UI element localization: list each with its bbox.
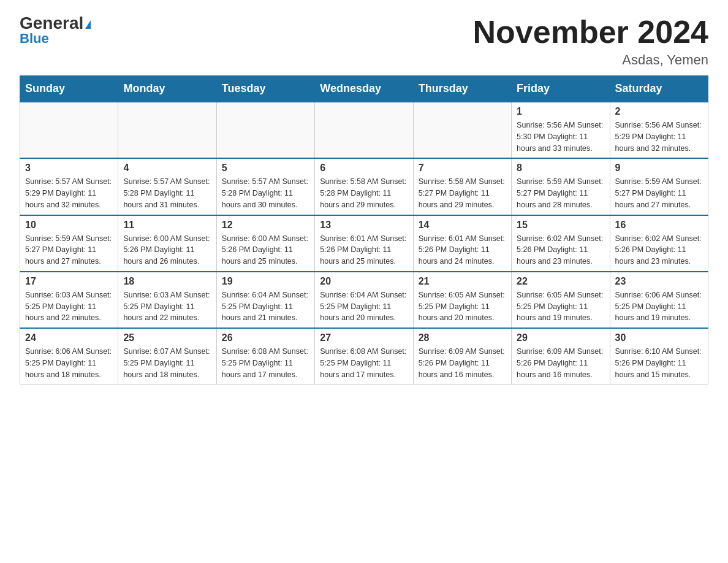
day-number: 24 bbox=[25, 332, 113, 343]
calendar-header-saturday: Saturday bbox=[610, 76, 708, 102]
calendar-cell: 10Sunrise: 5:59 AM Sunset: 5:27 PM Dayli… bbox=[20, 215, 118, 272]
page-subtitle: Asdas, Yemen bbox=[473, 52, 708, 68]
calendar-cell bbox=[118, 102, 216, 158]
calendar-header-row: SundayMondayTuesdayWednesdayThursdayFrid… bbox=[20, 76, 708, 102]
calendar-cell: 9Sunrise: 5:59 AM Sunset: 5:27 PM Daylig… bbox=[610, 158, 708, 215]
day-info: Sunrise: 6:02 AM Sunset: 5:26 PM Dayligh… bbox=[517, 233, 604, 267]
calendar-cell bbox=[20, 102, 118, 158]
calendar-cell: 16Sunrise: 6:02 AM Sunset: 5:26 PM Dayli… bbox=[610, 215, 708, 272]
calendar-week-row: 1Sunrise: 5:56 AM Sunset: 5:30 PM Daylig… bbox=[20, 102, 708, 158]
day-info: Sunrise: 6:00 AM Sunset: 5:26 PM Dayligh… bbox=[123, 233, 211, 267]
calendar-cell: 8Sunrise: 5:59 AM Sunset: 5:27 PM Daylig… bbox=[512, 158, 610, 215]
day-number: 11 bbox=[123, 220, 211, 231]
day-info: Sunrise: 6:09 AM Sunset: 5:26 PM Dayligh… bbox=[517, 346, 604, 380]
day-info: Sunrise: 6:00 AM Sunset: 5:26 PM Dayligh… bbox=[222, 233, 309, 267]
calendar-cell bbox=[413, 102, 511, 158]
day-number: 30 bbox=[615, 332, 703, 343]
day-number: 26 bbox=[222, 332, 309, 343]
day-number: 17 bbox=[25, 276, 113, 287]
day-info: Sunrise: 6:05 AM Sunset: 5:25 PM Dayligh… bbox=[517, 289, 604, 324]
calendar-cell: 13Sunrise: 6:01 AM Sunset: 5:26 PM Dayli… bbox=[315, 215, 413, 272]
calendar-week-row: 10Sunrise: 5:59 AM Sunset: 5:27 PM Dayli… bbox=[20, 215, 708, 272]
day-info: Sunrise: 5:59 AM Sunset: 5:27 PM Dayligh… bbox=[517, 176, 604, 210]
day-info: Sunrise: 5:57 AM Sunset: 5:28 PM Dayligh… bbox=[123, 176, 211, 210]
calendar-cell: 23Sunrise: 6:06 AM Sunset: 5:25 PM Dayli… bbox=[610, 272, 708, 328]
calendar-week-row: 24Sunrise: 6:06 AM Sunset: 5:25 PM Dayli… bbox=[20, 328, 708, 385]
calendar-cell: 29Sunrise: 6:09 AM Sunset: 5:26 PM Dayli… bbox=[512, 328, 610, 385]
day-number: 12 bbox=[222, 220, 309, 231]
day-number: 15 bbox=[517, 220, 604, 231]
day-number: 5 bbox=[222, 163, 309, 174]
day-number: 20 bbox=[320, 276, 408, 287]
day-info: Sunrise: 5:59 AM Sunset: 5:27 PM Dayligh… bbox=[615, 176, 703, 210]
calendar-cell: 18Sunrise: 6:03 AM Sunset: 5:25 PM Dayli… bbox=[118, 272, 216, 328]
day-number: 6 bbox=[320, 163, 408, 174]
day-info: Sunrise: 6:10 AM Sunset: 5:26 PM Dayligh… bbox=[615, 346, 703, 380]
calendar-cell: 21Sunrise: 6:05 AM Sunset: 5:25 PM Dayli… bbox=[413, 272, 511, 328]
day-info: Sunrise: 6:08 AM Sunset: 5:25 PM Dayligh… bbox=[222, 346, 309, 380]
day-number: 7 bbox=[419, 163, 506, 174]
day-info: Sunrise: 6:07 AM Sunset: 5:25 PM Dayligh… bbox=[123, 346, 211, 380]
day-info: Sunrise: 6:03 AM Sunset: 5:25 PM Dayligh… bbox=[25, 289, 113, 324]
calendar-cell: 5Sunrise: 5:57 AM Sunset: 5:28 PM Daylig… bbox=[216, 158, 314, 215]
calendar-cell: 25Sunrise: 6:07 AM Sunset: 5:25 PM Dayli… bbox=[118, 328, 216, 385]
calendar-cell: 20Sunrise: 6:04 AM Sunset: 5:25 PM Dayli… bbox=[315, 272, 413, 328]
calendar-cell: 15Sunrise: 6:02 AM Sunset: 5:26 PM Dayli… bbox=[512, 215, 610, 272]
day-info: Sunrise: 6:02 AM Sunset: 5:26 PM Dayligh… bbox=[615, 233, 703, 267]
day-number: 8 bbox=[517, 163, 604, 174]
day-info: Sunrise: 6:01 AM Sunset: 5:26 PM Dayligh… bbox=[320, 233, 408, 267]
calendar-header-monday: Monday bbox=[118, 76, 216, 102]
calendar-cell: 22Sunrise: 6:05 AM Sunset: 5:25 PM Dayli… bbox=[512, 272, 610, 328]
calendar-week-row: 3Sunrise: 5:57 AM Sunset: 5:29 PM Daylig… bbox=[20, 158, 708, 215]
page-title: November 2024 bbox=[473, 15, 708, 50]
title-block: November 2024 Asdas, Yemen bbox=[473, 15, 708, 68]
calendar-cell: 6Sunrise: 5:58 AM Sunset: 5:28 PM Daylig… bbox=[315, 158, 413, 215]
day-info: Sunrise: 6:04 AM Sunset: 5:25 PM Dayligh… bbox=[320, 289, 408, 324]
day-number: 23 bbox=[615, 276, 703, 287]
calendar-cell: 17Sunrise: 6:03 AM Sunset: 5:25 PM Dayli… bbox=[20, 272, 118, 328]
logo-blue-text: Blue bbox=[20, 31, 49, 47]
calendar-week-row: 17Sunrise: 6:03 AM Sunset: 5:25 PM Dayli… bbox=[20, 272, 708, 328]
day-info: Sunrise: 6:03 AM Sunset: 5:25 PM Dayligh… bbox=[123, 289, 211, 324]
calendar-cell: 28Sunrise: 6:09 AM Sunset: 5:26 PM Dayli… bbox=[413, 328, 511, 385]
day-info: Sunrise: 6:06 AM Sunset: 5:25 PM Dayligh… bbox=[25, 346, 113, 380]
calendar-header-sunday: Sunday bbox=[20, 76, 118, 102]
day-info: Sunrise: 5:58 AM Sunset: 5:28 PM Dayligh… bbox=[320, 176, 408, 210]
logo-general-text: General bbox=[20, 15, 91, 32]
calendar-cell: 1Sunrise: 5:56 AM Sunset: 5:30 PM Daylig… bbox=[512, 102, 610, 158]
calendar-cell: 2Sunrise: 5:56 AM Sunset: 5:29 PM Daylig… bbox=[610, 102, 708, 158]
calendar-table: SundayMondayTuesdayWednesdayThursdayFrid… bbox=[20, 75, 708, 385]
calendar-cell: 14Sunrise: 6:01 AM Sunset: 5:26 PM Dayli… bbox=[413, 215, 511, 272]
calendar-cell bbox=[315, 102, 413, 158]
day-number: 10 bbox=[25, 220, 113, 231]
logo: General Blue bbox=[20, 15, 91, 47]
day-info: Sunrise: 5:57 AM Sunset: 5:28 PM Dayligh… bbox=[222, 176, 309, 210]
day-number: 22 bbox=[517, 276, 604, 287]
calendar-cell: 24Sunrise: 6:06 AM Sunset: 5:25 PM Dayli… bbox=[20, 328, 118, 385]
calendar-cell bbox=[216, 102, 314, 158]
day-info: Sunrise: 5:57 AM Sunset: 5:29 PM Dayligh… bbox=[25, 176, 113, 210]
day-number: 1 bbox=[517, 106, 604, 117]
day-number: 27 bbox=[320, 332, 408, 343]
day-number: 29 bbox=[517, 332, 604, 343]
calendar-cell: 7Sunrise: 5:58 AM Sunset: 5:27 PM Daylig… bbox=[413, 158, 511, 215]
day-info: Sunrise: 6:01 AM Sunset: 5:26 PM Dayligh… bbox=[419, 233, 506, 267]
day-number: 4 bbox=[123, 163, 211, 174]
day-info: Sunrise: 5:58 AM Sunset: 5:27 PM Dayligh… bbox=[419, 176, 506, 210]
day-info: Sunrise: 5:56 AM Sunset: 5:29 PM Dayligh… bbox=[615, 120, 703, 154]
day-number: 19 bbox=[222, 276, 309, 287]
day-info: Sunrise: 5:56 AM Sunset: 5:30 PM Dayligh… bbox=[517, 120, 604, 154]
page-header: General Blue November 2024 Asdas, Yemen bbox=[20, 15, 708, 68]
day-number: 25 bbox=[123, 332, 211, 343]
calendar-cell: 12Sunrise: 6:00 AM Sunset: 5:26 PM Dayli… bbox=[216, 215, 314, 272]
calendar-cell: 19Sunrise: 6:04 AM Sunset: 5:25 PM Dayli… bbox=[216, 272, 314, 328]
day-number: 16 bbox=[615, 220, 703, 231]
calendar-cell: 3Sunrise: 5:57 AM Sunset: 5:29 PM Daylig… bbox=[20, 158, 118, 215]
day-info: Sunrise: 6:09 AM Sunset: 5:26 PM Dayligh… bbox=[419, 346, 506, 380]
day-info: Sunrise: 5:59 AM Sunset: 5:27 PM Dayligh… bbox=[25, 233, 113, 267]
day-info: Sunrise: 6:05 AM Sunset: 5:25 PM Dayligh… bbox=[419, 289, 506, 324]
day-number: 3 bbox=[25, 163, 113, 174]
day-number: 28 bbox=[419, 332, 506, 343]
calendar-header-thursday: Thursday bbox=[413, 76, 511, 102]
calendar-cell: 30Sunrise: 6:10 AM Sunset: 5:26 PM Dayli… bbox=[610, 328, 708, 385]
